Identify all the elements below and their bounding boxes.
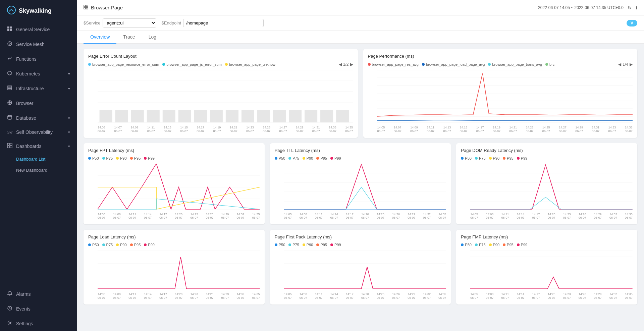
tab-log[interactable]: Log <box>142 31 163 44</box>
svg-rect-15 <box>10 143 12 145</box>
sidebar-item-database[interactable]: Database ▾ <box>0 111 77 125</box>
ttl-legend: P50 P75 P90 P95 P99 <box>275 156 446 160</box>
reload-icon[interactable]: ↻ <box>628 5 632 10</box>
tab-trace[interactable]: Trace <box>116 31 142 44</box>
toolbar: $Service agent::ui $Endpoint V <box>77 15 644 31</box>
legend-dot-js <box>162 63 165 66</box>
svg-rect-44 <box>210 110 223 122</box>
legend-dot-resource <box>88 63 91 66</box>
fmp-latency-card: Page FMP Latency (ms) P50 P75 P90 P95 P9… <box>456 230 637 305</box>
svg-rect-10 <box>8 89 12 90</box>
service-select[interactable]: agent::ui <box>103 18 156 27</box>
fpt-chart-wrap: 20 15 10 5 0 14:0506-07 14:0 <box>98 164 260 220</box>
dom-x-labels: 14:0506-07 14:0806-07 14:1106-07 14:1406… <box>470 213 633 220</box>
kubernetes-icon <box>7 70 13 77</box>
fpt-svg: 20 15 10 5 0 <box>98 164 260 211</box>
sidebar-item-general-service[interactable]: General Service <box>0 22 77 37</box>
sidebar: Skywalking General Service Service Mesh … <box>0 0 77 331</box>
infrastructure-icon <box>7 85 13 92</box>
sidebar-item-functions[interactable]: Functions <box>0 52 77 66</box>
svg-rect-14 <box>7 143 9 145</box>
load-ld4 <box>130 243 133 246</box>
endpoint-field: $Endpoint <box>162 19 264 27</box>
ttl-ld1 <box>275 157 277 160</box>
error-count-next[interactable]: ▶ <box>350 62 353 67</box>
info-icon[interactable]: ℹ <box>636 5 637 10</box>
sidebar-item-functions-label: Functions <box>16 56 37 62</box>
svg-point-6 <box>9 43 10 44</box>
fp-ld5 <box>330 243 333 246</box>
load-ld2 <box>102 243 105 246</box>
tab-overview[interactable]: Overview <box>84 31 116 44</box>
content-area: Page Error Count Layout browser_app_page… <box>77 44 644 331</box>
settings-icon <box>7 320 13 327</box>
database-arrow: ▾ <box>68 116 70 120</box>
fpt-x-labels: 14:0506-07 14:0806-07 14:1106-07 14:1406… <box>98 213 260 220</box>
svg-rect-21 <box>84 5 86 7</box>
legend-label-res: browser_app_page_res_avg <box>372 62 419 66</box>
header-breadcrumb-icon <box>84 5 88 10</box>
svg-rect-37 <box>100 110 112 122</box>
sidebar-item-self-observability[interactable]: Sw Self Observability ▾ <box>0 125 77 139</box>
dashboards-icon <box>7 143 13 150</box>
fmp-ld1 <box>461 243 464 246</box>
first-pack-title: Page First Pack Latency (ms) <box>275 234 446 239</box>
sidebar-item-dashboard-list[interactable]: Dashboard List <box>16 154 77 165</box>
endpoint-input[interactable] <box>183 19 264 27</box>
legend-label-unknown: browser_app_page_unknow <box>229 62 275 66</box>
load-title: Page Load Latency (ms) <box>88 234 260 239</box>
ttl-x-labels: 14:0506-07 14:0806-07 14:1106-07 14:1406… <box>284 213 446 220</box>
legend-resource-error: browser_app_page_resource_error_sum <box>88 62 159 66</box>
sidebar-item-browser-label: Browser <box>16 101 33 106</box>
fpt-title: Page FPT Latency (ms) <box>88 148 260 153</box>
svg-rect-2 <box>10 26 12 29</box>
dashboards-arrow: ▾ <box>68 144 70 149</box>
svg-rect-51 <box>320 110 333 122</box>
svg-rect-41 <box>163 110 175 122</box>
error-count-prev[interactable]: ◀ <box>339 62 342 67</box>
ttl-title: Page TTL Latency (ms) <box>275 148 446 153</box>
ttl-svg: 2,500 2,000 1,500 1,000 500 0 <box>284 164 446 211</box>
new-dashboard-label: New Dashboard <box>16 168 47 173</box>
svg-rect-38 <box>115 110 128 122</box>
sidebar-item-kubernetes-label: Kubernetes <box>16 71 40 76</box>
svg-rect-17 <box>10 146 12 148</box>
service-mesh-icon <box>7 41 13 48</box>
first-pack-card: Page First Pack Latency (ms) P50 P75 P90… <box>270 230 451 305</box>
svg-rect-22 <box>86 5 88 7</box>
legend-dot-brc <box>545 63 548 66</box>
legend-dot-res <box>368 63 371 66</box>
ttl-ld4 <box>316 157 319 160</box>
service-label: $Service <box>84 20 101 25</box>
fpt-latency-card: Page FPT Latency (ms) P50 P75 P90 P95 P9… <box>84 143 265 225</box>
sidebar-item-kubernetes[interactable]: Kubernetes ▾ <box>0 66 77 81</box>
sidebar-item-settings[interactable]: Settings <box>0 316 77 331</box>
error-count-svg: 1 0.8 0.6 0.4 0.2 0 <box>98 70 353 124</box>
logo-text: Skywalking <box>19 7 52 14</box>
fmp-ld4 <box>503 243 505 246</box>
sidebar-item-events[interactable]: Events <box>0 301 77 316</box>
error-count-page: 1/2 <box>343 62 349 67</box>
sidebar-item-browser[interactable]: Browser <box>0 96 77 111</box>
perf-next[interactable]: ▶ <box>630 62 633 67</box>
sidebar-item-new-dashboard[interactable]: New Dashboard <box>16 165 77 176</box>
svg-marker-7 <box>8 71 12 75</box>
dashboards-submenu: Dashboard List New Dashboard <box>0 154 77 176</box>
sidebar-item-infrastructure[interactable]: Infrastructure ▾ <box>0 81 77 96</box>
load-ld3 <box>116 243 119 246</box>
sidebar-item-service-mesh[interactable]: Service Mesh <box>0 37 77 52</box>
legend-js-error: browser_app_page_js_error_sum <box>162 62 221 66</box>
alarms-icon <box>7 291 13 297</box>
legend-brc: brc <box>545 62 554 66</box>
perf-x-labels: 14:0506-07 14:0706-07 14:0906-07 14:1106… <box>377 126 633 133</box>
svg-rect-49 <box>289 110 302 122</box>
legend-label-brc: brc <box>549 62 554 66</box>
perf-prev[interactable]: ◀ <box>618 62 621 67</box>
fmp-ld2 <box>475 243 478 246</box>
load-chart-wrap: 2,500 2,000 0 14:0506-07 14:0806-07 14:1… <box>98 250 260 300</box>
endpoint-label: $Endpoint <box>162 20 181 25</box>
fmp-x-labels: 14:0506-07 14:0806-07 14:1106-07 14:1406… <box>470 292 633 300</box>
sidebar-item-alarms[interactable]: Alarms <box>0 287 77 301</box>
toggle-v-button[interactable]: V <box>627 20 637 26</box>
sidebar-item-dashboards[interactable]: Dashboards ▾ <box>0 139 77 154</box>
